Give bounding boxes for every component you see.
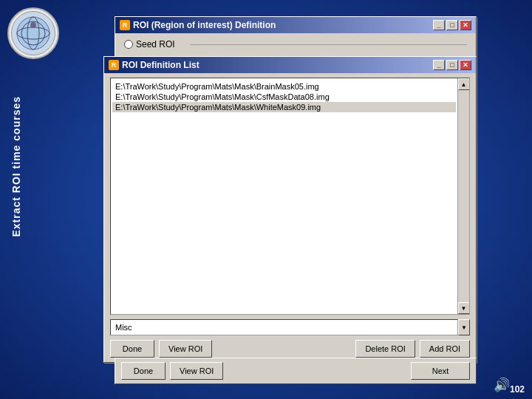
- scroll-down-btn[interactable]: ▼: [458, 302, 470, 314]
- logo: [7, 7, 59, 59]
- roi-def-minimize-btn[interactable]: _: [433, 20, 445, 30]
- side-text: Extract ROI time courses: [10, 96, 33, 237]
- bottom-done-btn[interactable]: Done: [121, 362, 166, 380]
- done-btn[interactable]: Done: [110, 340, 154, 358]
- roi-list-box: E:\TraWork\Study\Program\Mats\Mask\Brain…: [110, 78, 470, 315]
- delete-roi-btn[interactable]: Delete ROI: [355, 340, 415, 358]
- roi-definition-title-bar: R ROI (Region of interest) Definition _ …: [115, 17, 476, 33]
- separator-line: [190, 44, 467, 45]
- action-buttons-row: Done View ROI Delete ROI Add ROI: [110, 340, 470, 358]
- seed-roi-radio[interactable]: [124, 40, 133, 49]
- scroll-track[interactable]: [458, 90, 469, 302]
- svg-point-0: [17, 17, 50, 50]
- next-btn[interactable]: Next: [411, 362, 470, 380]
- seed-roi-radio-group: Seed ROI: [124, 39, 175, 50]
- bottom-bar: Done View ROI Next: [115, 358, 477, 384]
- roi-list-maximize-btn[interactable]: □: [446, 60, 458, 70]
- roi-definition-list-window: R ROI Definition List _ □ ✕ E:\TraWork\S…: [103, 56, 477, 363]
- roi-def-maximize-btn[interactable]: □: [446, 20, 458, 30]
- roi-list-minimize-btn[interactable]: _: [433, 60, 445, 70]
- page-number: 102: [510, 384, 525, 395]
- speaker-icon: 🔊: [494, 377, 510, 393]
- list-item[interactable]: E:\TraWork\Study\Program\Mats\Mask\White…: [112, 102, 456, 112]
- roi-list-title-bar: R ROI Definition List _ □ ✕: [104, 57, 476, 73]
- add-roi-btn[interactable]: Add ROI: [420, 340, 470, 358]
- dropdown-arrow-btn[interactable]: ▼: [458, 319, 470, 335]
- list-scrollbar[interactable]: ▲ ▼: [457, 78, 469, 314]
- category-dropdown-row: Misc ▼: [110, 319, 470, 335]
- list-item[interactable]: E:\TraWork\Study\Program\Mats\Mask\Brain…: [112, 81, 456, 92]
- roi-list-icon: R: [109, 60, 119, 70]
- seed-roi-label: Seed ROI: [136, 39, 175, 50]
- list-item[interactable]: E:\TraWork\Study\Program\Mats\Mask\CsfMa…: [112, 92, 456, 102]
- roi-list-title: ROI Definition List: [122, 60, 200, 70]
- roi-list-content[interactable]: E:\TraWork\Study\Program\Mats\Mask\Brain…: [111, 78, 457, 314]
- roi-def-icon: R: [120, 20, 130, 30]
- roi-def-close-btn[interactable]: ✕: [460, 20, 471, 30]
- dropdown-value: Misc: [115, 323, 132, 332]
- view-roi-btn[interactable]: View ROI: [159, 340, 212, 358]
- bottom-view-roi-btn[interactable]: View ROI: [170, 362, 223, 380]
- roi-list-close-btn[interactable]: ✕: [460, 60, 471, 70]
- scroll-up-btn[interactable]: ▲: [458, 78, 470, 90]
- category-dropdown[interactable]: Misc: [110, 319, 458, 335]
- roi-definition-title: ROI (Region of interest) Definition: [133, 20, 276, 30]
- svg-point-4: [30, 22, 36, 28]
